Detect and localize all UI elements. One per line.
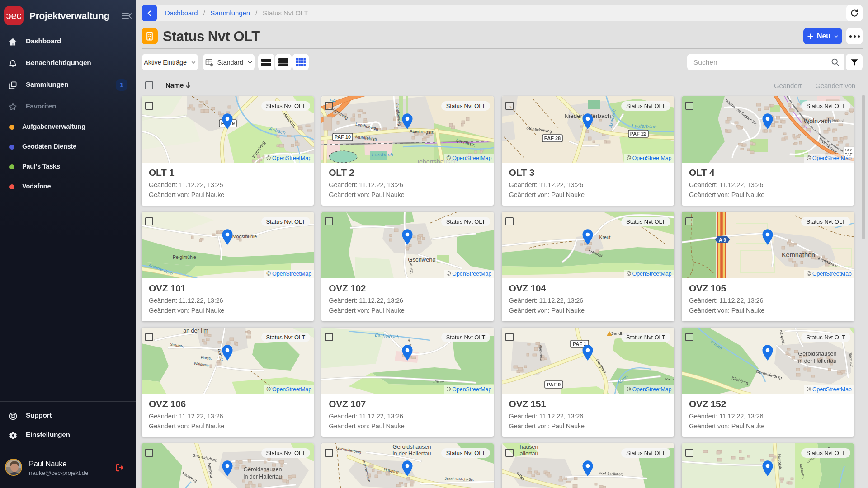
svg-text:Hernstr.: Hernstr.	[832, 118, 846, 123]
svg-text:Geroldshausen: Geroldshausen	[798, 351, 837, 357]
svg-text:Moosmühle: Moosmühle	[232, 234, 257, 239]
svg-text:PAF 9: PAF 9	[547, 382, 560, 387]
svg-text:in der Hallertau: in der Hallertau	[798, 358, 837, 364]
svg-text:in der Hallertau: in der Hallertau	[244, 474, 282, 480]
svg-text:A 9: A 9	[719, 237, 726, 243]
svg-text:St 2: St 2	[845, 148, 852, 152]
svg-text:Kalva: Kalva	[665, 377, 674, 381]
svg-text:Larsbach: Larsbach	[372, 152, 393, 157]
svg-text:Geroldshausen: Geroldshausen	[393, 444, 431, 450]
svg-text:Kreut: Kreut	[599, 235, 610, 240]
svg-text:PAF 28: PAF 28	[544, 136, 560, 141]
svg-text:PAF 22: PAF 22	[630, 131, 646, 136]
svg-text:hausen: hausen	[519, 444, 538, 450]
svg-text:allertau: allertau	[519, 450, 538, 457]
svg-text:Peiglmühle: Peiglmühle	[173, 254, 196, 260]
svg-text:PAF 1: PAF 1	[572, 341, 586, 347]
svg-text:Kemnathen: Kemnathen	[782, 251, 815, 258]
svg-text:an der Ilm: an der Ilm	[183, 328, 208, 334]
svg-text:in der Hallertau: in der Hallertau	[393, 450, 431, 457]
svg-text:Geroldshausen: Geroldshausen	[244, 466, 282, 473]
svg-text:Wolnzach: Wolnzach	[803, 117, 831, 125]
svg-text:PAF 10: PAF 10	[335, 134, 351, 140]
